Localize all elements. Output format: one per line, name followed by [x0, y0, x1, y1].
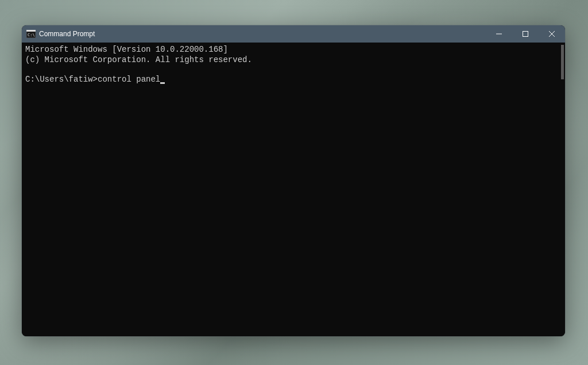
- svg-rect-1: [26, 30, 36, 32]
- svg-rect-4: [523, 32, 528, 37]
- close-button[interactable]: [539, 25, 565, 43]
- maximize-button[interactable]: [512, 25, 539, 43]
- app-icon: C:\: [26, 30, 36, 38]
- minimize-button[interactable]: [486, 25, 512, 43]
- terminal-command-input[interactable]: control panel: [98, 75, 160, 85]
- command-prompt-window: C:\ Command Prompt Mi: [22, 25, 565, 336]
- window-controls: [486, 25, 565, 43]
- terminal-cursor: [160, 82, 165, 84]
- scrollbar-thumb[interactable]: [561, 45, 564, 79]
- titlebar[interactable]: C:\ Command Prompt: [22, 25, 565, 43]
- svg-text:C:\: C:\: [28, 33, 35, 37]
- terminal-prompt-line: C:\Users\fatiw>control panel: [25, 75, 562, 85]
- terminal-prompt: C:\Users\fatiw>: [25, 75, 98, 85]
- terminal-output-line: Microsoft Windows [Version 10.0.22000.16…: [25, 45, 562, 55]
- terminal-blank-line: [25, 65, 562, 75]
- terminal-content[interactable]: Microsoft Windows [Version 10.0.22000.16…: [22, 43, 565, 336]
- terminal-output-line: (c) Microsoft Corporation. All rights re…: [25, 55, 562, 66]
- window-title: Command Prompt: [39, 30, 95, 38]
